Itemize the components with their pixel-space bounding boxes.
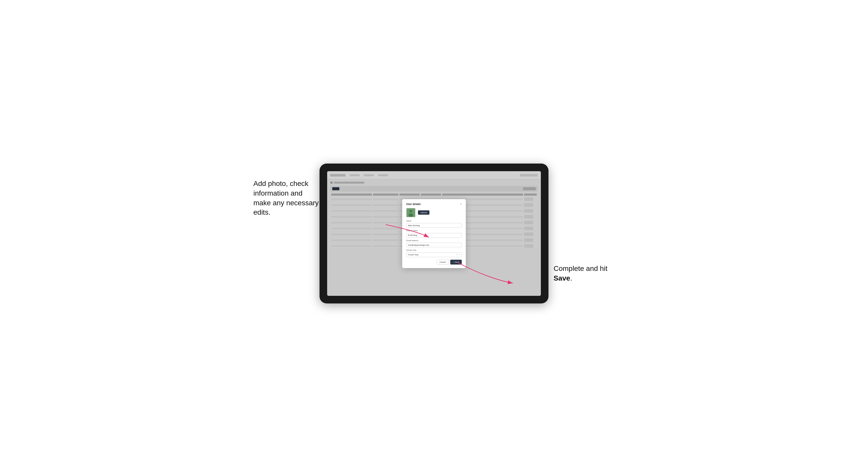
- name-label: Name: [406, 220, 462, 222]
- annotation-left: Add photo, check information and make an…: [253, 179, 319, 217]
- name-input[interactable]: [406, 223, 462, 228]
- modal-title: User details: [406, 203, 421, 206]
- modal-footer: Cancel ↑ Save: [406, 260, 462, 264]
- avatar-thumbnail: [406, 208, 415, 217]
- display-name-input[interactable]: [406, 233, 462, 238]
- display-name-label: Display name: [406, 229, 462, 232]
- tablet-screen: User details ×: [327, 171, 541, 296]
- school-year-select-wrapper: × ⌄: [406, 252, 462, 257]
- email-field-group: Email address: [406, 239, 462, 248]
- save-button[interactable]: ↑ Save: [450, 260, 462, 264]
- avatar-image: [407, 209, 414, 217]
- photo-row: Upload: [406, 208, 462, 217]
- save-icon: ↑: [453, 261, 454, 263]
- email-label: Email address: [406, 239, 462, 242]
- display-name-field-group: Display name: [406, 229, 462, 238]
- svg-point-1: [410, 210, 412, 212]
- modal-overlay: User details ×: [327, 171, 541, 296]
- modal-close-button[interactable]: ×: [460, 203, 462, 206]
- modal-header: User details ×: [406, 203, 462, 206]
- chevron-down-icon[interactable]: ⌄: [459, 253, 461, 255]
- school-year-field-group: School Year × ⌄: [406, 249, 462, 257]
- user-details-modal: User details ×: [402, 199, 466, 268]
- upload-photo-button[interactable]: Upload: [418, 210, 429, 215]
- annotation-right: Complete and hit Save.: [554, 264, 625, 283]
- email-input[interactable]: [406, 243, 462, 247]
- scene: Add photo, check information and make an…: [319, 163, 549, 304]
- tablet-shell: User details ×: [319, 163, 549, 304]
- school-year-label: School Year: [406, 249, 462, 251]
- name-field-group: Name: [406, 220, 462, 228]
- cancel-button[interactable]: Cancel: [437, 260, 449, 264]
- school-year-input[interactable]: [406, 253, 462, 257]
- app-background: User details ×: [327, 171, 541, 296]
- select-clear-icon[interactable]: ×: [456, 253, 458, 256]
